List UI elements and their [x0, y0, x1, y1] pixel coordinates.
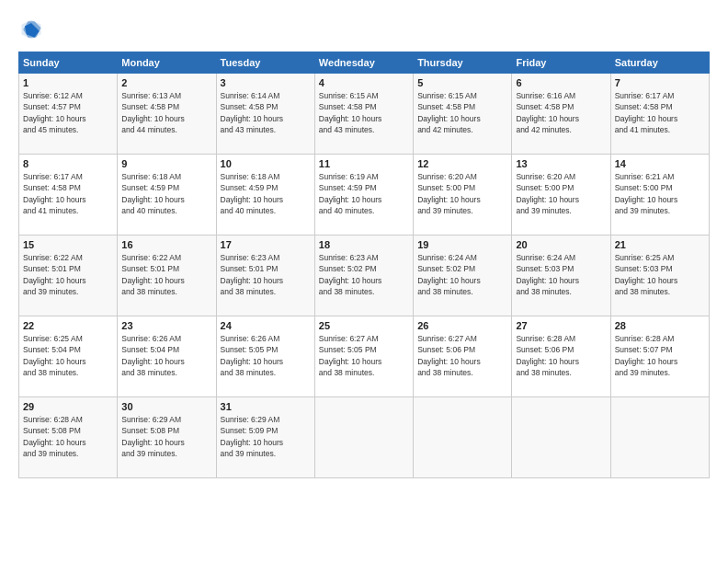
day-info: Sunrise: 6:18 AMSunset: 4:59 PMDaylight:… [121, 171, 211, 216]
day-info: Sunrise: 6:28 AMSunset: 5:06 PMDaylight:… [516, 333, 606, 378]
day-info: Sunrise: 6:25 AMSunset: 5:03 PMDaylight:… [615, 252, 705, 297]
day-cell [314, 397, 413, 478]
day-number: 12 [417, 158, 507, 169]
day-cell: 12Sunrise: 6:20 AMSunset: 5:00 PMDayligh… [414, 155, 512, 236]
day-info: Sunrise: 6:28 AMSunset: 5:07 PMDaylight:… [615, 333, 705, 378]
day-number: 8 [23, 158, 113, 169]
day-info: Sunrise: 6:26 AMSunset: 5:05 PMDaylight:… [221, 333, 311, 378]
day-number: 14 [615, 158, 705, 169]
day-info: Sunrise: 6:23 AMSunset: 5:02 PMDaylight:… [319, 252, 409, 297]
day-cell: 10Sunrise: 6:18 AMSunset: 4:59 PMDayligh… [216, 155, 314, 236]
day-info: Sunrise: 6:21 AMSunset: 5:00 PMDaylight:… [615, 171, 705, 216]
day-number: 25 [319, 320, 409, 331]
weekday-header-wednesday: Wednesday [314, 52, 413, 74]
day-cell: 5Sunrise: 6:15 AMSunset: 4:58 PMDaylight… [414, 74, 512, 155]
day-cell: 21Sunrise: 6:25 AMSunset: 5:03 PMDayligh… [610, 236, 709, 316]
weekday-header-sunday: Sunday [19, 52, 118, 74]
day-info: Sunrise: 6:12 AMSunset: 4:57 PMDaylight:… [23, 90, 113, 135]
day-cell: 14Sunrise: 6:21 AMSunset: 5:00 PMDayligh… [610, 155, 709, 236]
day-number: 11 [319, 158, 409, 169]
day-number: 9 [121, 158, 211, 169]
day-cell: 30Sunrise: 6:29 AMSunset: 5:08 PMDayligh… [118, 397, 216, 478]
day-number: 10 [221, 158, 311, 169]
day-number: 29 [23, 401, 113, 412]
day-cell: 17Sunrise: 6:23 AMSunset: 5:01 PMDayligh… [216, 236, 314, 316]
day-cell: 18Sunrise: 6:23 AMSunset: 5:02 PMDayligh… [314, 236, 413, 316]
day-info: Sunrise: 6:24 AMSunset: 5:02 PMDaylight:… [417, 252, 507, 297]
day-number: 2 [121, 77, 211, 88]
day-cell: 3Sunrise: 6:14 AMSunset: 4:58 PMDaylight… [216, 74, 314, 155]
day-cell: 15Sunrise: 6:22 AMSunset: 5:01 PMDayligh… [19, 236, 118, 316]
day-number: 20 [516, 239, 606, 250]
day-number: 6 [516, 77, 606, 88]
day-number: 7 [615, 77, 705, 88]
calendar: SundayMondayTuesdayWednesdayThursdayFrid… [18, 52, 710, 478]
weekday-header-monday: Monday [118, 52, 216, 74]
weekday-header-friday: Friday [512, 52, 610, 74]
day-info: Sunrise: 6:15 AMSunset: 4:58 PMDaylight:… [417, 90, 507, 135]
day-cell: 23Sunrise: 6:26 AMSunset: 5:04 PMDayligh… [118, 316, 216, 397]
day-cell [512, 397, 610, 478]
day-info: Sunrise: 6:19 AMSunset: 4:59 PMDaylight:… [319, 171, 409, 216]
day-cell: 13Sunrise: 6:20 AMSunset: 5:00 PMDayligh… [512, 155, 610, 236]
logo-icon [18, 17, 44, 42]
day-info: Sunrise: 6:20 AMSunset: 5:00 PMDaylight:… [417, 171, 507, 216]
day-cell: 1Sunrise: 6:12 AMSunset: 4:57 PMDaylight… [19, 74, 118, 155]
day-number: 23 [121, 320, 211, 331]
day-info: Sunrise: 6:25 AMSunset: 5:04 PMDaylight:… [23, 333, 113, 378]
day-cell: 29Sunrise: 6:28 AMSunset: 5:08 PMDayligh… [19, 397, 118, 478]
day-number: 30 [121, 401, 211, 412]
week-row-4: 22Sunrise: 6:25 AMSunset: 5:04 PMDayligh… [19, 316, 710, 397]
day-info: Sunrise: 6:22 AMSunset: 5:01 PMDaylight:… [121, 252, 211, 297]
day-cell: 9Sunrise: 6:18 AMSunset: 4:59 PMDaylight… [118, 155, 216, 236]
day-cell: 16Sunrise: 6:22 AMSunset: 5:01 PMDayligh… [118, 236, 216, 316]
day-cell: 7Sunrise: 6:17 AMSunset: 4:58 PMDaylight… [610, 74, 709, 155]
day-number: 18 [319, 239, 409, 250]
day-cell: 2Sunrise: 6:13 AMSunset: 4:58 PMDaylight… [118, 74, 216, 155]
week-row-2: 8Sunrise: 6:17 AMSunset: 4:58 PMDaylight… [19, 155, 710, 236]
day-cell: 27Sunrise: 6:28 AMSunset: 5:06 PMDayligh… [512, 316, 610, 397]
day-number: 26 [417, 320, 507, 331]
day-cell [414, 397, 512, 478]
day-cell: 8Sunrise: 6:17 AMSunset: 4:58 PMDaylight… [19, 155, 118, 236]
weekday-header-row: SundayMondayTuesdayWednesdayThursdayFrid… [19, 52, 710, 74]
day-info: Sunrise: 6:22 AMSunset: 5:01 PMDaylight:… [23, 252, 113, 297]
day-info: Sunrise: 6:23 AMSunset: 5:01 PMDaylight:… [221, 252, 311, 297]
header [18, 17, 710, 42]
logo [18, 17, 48, 42]
day-info: Sunrise: 6:13 AMSunset: 4:58 PMDaylight:… [121, 90, 211, 135]
day-info: Sunrise: 6:20 AMSunset: 5:00 PMDaylight:… [516, 171, 606, 216]
day-info: Sunrise: 6:29 AMSunset: 5:09 PMDaylight:… [221, 414, 311, 459]
week-row-1: 1Sunrise: 6:12 AMSunset: 4:57 PMDaylight… [19, 74, 710, 155]
day-cell: 24Sunrise: 6:26 AMSunset: 5:05 PMDayligh… [216, 316, 314, 397]
day-info: Sunrise: 6:27 AMSunset: 5:05 PMDaylight:… [319, 333, 409, 378]
day-info: Sunrise: 6:27 AMSunset: 5:06 PMDaylight:… [417, 333, 507, 378]
page: SundayMondayTuesdayWednesdayThursdayFrid… [0, 0, 728, 563]
day-number: 15 [23, 239, 113, 250]
day-info: Sunrise: 6:29 AMSunset: 5:08 PMDaylight:… [121, 414, 211, 459]
day-number: 19 [417, 239, 507, 250]
day-cell: 19Sunrise: 6:24 AMSunset: 5:02 PMDayligh… [414, 236, 512, 316]
day-info: Sunrise: 6:16 AMSunset: 4:58 PMDaylight:… [516, 90, 606, 135]
day-info: Sunrise: 6:18 AMSunset: 4:59 PMDaylight:… [221, 171, 311, 216]
day-cell: 22Sunrise: 6:25 AMSunset: 5:04 PMDayligh… [19, 316, 118, 397]
day-number: 22 [23, 320, 113, 331]
day-info: Sunrise: 6:24 AMSunset: 5:03 PMDaylight:… [516, 252, 606, 297]
day-info: Sunrise: 6:15 AMSunset: 4:58 PMDaylight:… [319, 90, 409, 135]
day-number: 1 [23, 77, 113, 88]
week-row-5: 29Sunrise: 6:28 AMSunset: 5:08 PMDayligh… [19, 397, 710, 478]
day-number: 21 [615, 239, 705, 250]
week-row-3: 15Sunrise: 6:22 AMSunset: 5:01 PMDayligh… [19, 236, 710, 316]
weekday-header-tuesday: Tuesday [216, 52, 314, 74]
day-cell: 31Sunrise: 6:29 AMSunset: 5:09 PMDayligh… [216, 397, 314, 478]
day-number: 17 [221, 239, 311, 250]
day-number: 31 [221, 401, 311, 412]
day-info: Sunrise: 6:17 AMSunset: 4:58 PMDaylight:… [23, 171, 113, 216]
day-cell: 11Sunrise: 6:19 AMSunset: 4:59 PMDayligh… [314, 155, 413, 236]
day-number: 3 [221, 77, 311, 88]
day-info: Sunrise: 6:17 AMSunset: 4:58 PMDaylight:… [615, 90, 705, 135]
day-cell: 4Sunrise: 6:15 AMSunset: 4:58 PMDaylight… [314, 74, 413, 155]
day-cell: 25Sunrise: 6:27 AMSunset: 5:05 PMDayligh… [314, 316, 413, 397]
day-info: Sunrise: 6:14 AMSunset: 4:58 PMDaylight:… [221, 90, 311, 135]
day-number: 28 [615, 320, 705, 331]
